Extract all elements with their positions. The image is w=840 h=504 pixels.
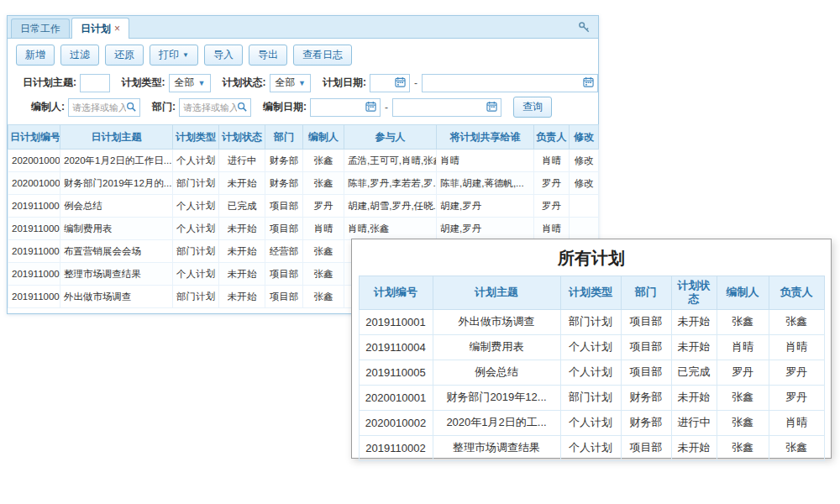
- table-row[interactable]: 2019110005例会总结个人计划项目部已完成罗丹罗丹: [359, 360, 824, 385]
- cell-link[interactable]: 2019110002: [8, 263, 60, 286]
- table-cell: 胡建,罗丹: [437, 218, 534, 240]
- calendar-icon[interactable]: [583, 76, 594, 91]
- cell-link[interactable]: 外出做市场调查: [60, 286, 173, 308]
- creator-picker[interactable]: [68, 98, 140, 117]
- table-cell: 2020010002: [359, 410, 433, 435]
- calendar-icon[interactable]: [395, 76, 406, 91]
- table-row[interactable]: 2019110004编制费用表个人计划未开始项目部肖晴肖晴,张鑫胡建,罗丹肖晴: [8, 218, 599, 240]
- key-icon[interactable]: [578, 21, 591, 37]
- column-header[interactable]: 负责人: [534, 125, 570, 150]
- cell-link[interactable]: 例会总结: [60, 195, 173, 218]
- range-dash: -: [385, 102, 388, 113]
- import-button[interactable]: 导入: [204, 45, 243, 66]
- plan-date-from[interactable]: [370, 74, 410, 92]
- search-button[interactable]: 查询: [513, 97, 552, 118]
- cell-link[interactable]: 2019110003: [8, 240, 60, 263]
- column-header[interactable]: 参与人: [344, 125, 437, 150]
- search-icon[interactable]: [126, 100, 136, 115]
- column-header[interactable]: 日计划主题: [60, 125, 173, 150]
- table-cell: 项目部: [265, 195, 303, 218]
- column-header: 计划类型: [560, 276, 621, 310]
- table-cell: 项目部: [621, 435, 671, 460]
- column-header[interactable]: 修改: [570, 125, 599, 150]
- table-cell: 项目部: [621, 360, 671, 385]
- table-cell: 张鑫: [303, 286, 344, 308]
- search-icon[interactable]: [237, 100, 247, 115]
- table-cell: 财务部: [621, 410, 671, 435]
- plan-date-label: 计划日期:: [323, 76, 366, 90]
- plan-type-select[interactable]: 全部 ▼: [169, 74, 211, 92]
- table-row[interactable]: 2020010001财务部门2019年12...部门计划财务部未开始张鑫罗丹: [359, 385, 824, 410]
- add-button[interactable]: 新增: [16, 45, 55, 66]
- calendar-icon[interactable]: [486, 100, 497, 115]
- cell-link[interactable]: 2019110001: [8, 286, 60, 308]
- plan-status-select[interactable]: 全部 ▼: [270, 74, 311, 92]
- dept-picker[interactable]: [179, 98, 251, 117]
- column-header: 负责人: [769, 276, 824, 310]
- plan-date-to[interactable]: [422, 74, 598, 92]
- calendar-icon[interactable]: [365, 100, 376, 115]
- column-header[interactable]: 计划类型: [173, 125, 219, 150]
- table-cell: 未开始: [219, 286, 265, 308]
- cell-link[interactable]: 2019110005: [8, 195, 60, 218]
- table-row[interactable]: 2019110004编制费用表个人计划项目部未开始肖晴肖晴: [359, 334, 824, 360]
- topic-input[interactable]: [80, 74, 110, 92]
- cell-link[interactable]: 财务部门2019年12月的...: [60, 172, 173, 195]
- table-cell: 肖晴,张鑫: [344, 218, 437, 240]
- table-row[interactable]: 2019110005例会总结个人计划已完成项目部罗丹胡建,胡雪,罗丹,任晓...…: [8, 195, 599, 218]
- print-button[interactable]: 打印 ▼: [150, 45, 198, 66]
- table-cell: 项目部: [621, 334, 671, 360]
- table-cell: 项目部: [265, 286, 303, 308]
- cell-link[interactable]: 2020年1月2日的工作日...: [60, 150, 173, 172]
- table-cell: 部门计划: [560, 309, 621, 334]
- table-cell: 肖晴: [534, 218, 570, 240]
- table-cell: 2019110005: [359, 360, 433, 385]
- filter-button[interactable]: 过滤: [60, 45, 99, 66]
- table-cell: 罗丹: [717, 360, 769, 385]
- table-row[interactable]: 2019110002整理市场调查结果个人计划项目部未开始张鑫张鑫: [359, 435, 824, 460]
- table-row[interactable]: 20200100022020年1月2日的工...个人计划财务部进行中张鑫肖晴: [359, 410, 824, 435]
- table-cell: 陈菲,胡建,蒋德帆,...: [437, 172, 534, 195]
- tab-daily-plan[interactable]: 日计划 ×: [71, 18, 129, 39]
- view-log-button[interactable]: 查看日志: [293, 45, 352, 66]
- cell-link[interactable]: 2020010001: [8, 172, 60, 195]
- table-cell: 项目部: [265, 263, 303, 286]
- restore-button[interactable]: 还原: [105, 45, 144, 66]
- table-cell: 未开始: [219, 172, 265, 195]
- creator-input[interactable]: [69, 100, 126, 115]
- table-cell: 已完成: [671, 360, 717, 385]
- column-header: 编制人: [717, 276, 769, 310]
- column-header[interactable]: 日计划编号: [8, 125, 60, 150]
- table-cell: 肖晴: [303, 218, 344, 240]
- cell-link[interactable]: 修改: [570, 150, 599, 172]
- export-button[interactable]: 导出: [249, 45, 287, 66]
- cell-link[interactable]: 编制费用表: [60, 218, 173, 240]
- table-cell: 个人计划: [173, 263, 219, 286]
- cell-link[interactable]: 整理市场调查结果: [60, 263, 173, 286]
- table-cell: 部门计划: [173, 172, 219, 195]
- table-row[interactable]: 20200100022020年1月2日的工作日...个人计划进行中财务部张鑫孟浩…: [8, 150, 599, 172]
- create-date-from[interactable]: [310, 98, 381, 117]
- create-date-to[interactable]: [392, 98, 501, 117]
- tab-daily-work[interactable]: 日常工作: [11, 18, 70, 38]
- table-row[interactable]: 2019110001外出做市场调查部门计划项目部未开始张鑫张鑫: [359, 309, 824, 334]
- column-header[interactable]: 编制人: [303, 125, 344, 150]
- column-header[interactable]: 将计划共享给谁: [437, 125, 534, 150]
- cell-link[interactable]: 修改: [570, 172, 599, 195]
- cell-link[interactable]: 2020010002: [8, 150, 60, 172]
- column-header[interactable]: 计划状态: [219, 125, 265, 150]
- table-cell: 陈菲,罗丹,李若若,罗...: [344, 172, 437, 195]
- cell-link[interactable]: 2019110004: [8, 218, 60, 240]
- table-cell: 部门计划: [173, 240, 219, 263]
- table-cell: 个人计划: [173, 218, 219, 240]
- table-cell: 张鑫: [769, 435, 824, 460]
- table-row[interactable]: 2020010001财务部门2019年12月的...部门计划未开始财务部张鑫陈菲…: [8, 172, 599, 195]
- table-cell: 进行中: [671, 410, 717, 435]
- column-header[interactable]: 部门: [265, 125, 303, 150]
- tab-label: 日常工作: [20, 23, 60, 34]
- chevron-down-icon: ▼: [298, 79, 306, 87]
- table-cell: 财务部: [265, 172, 303, 195]
- dept-input[interactable]: [180, 100, 237, 115]
- cell-link[interactable]: 布置营销展会会场: [60, 240, 173, 263]
- tab-close-icon[interactable]: ×: [114, 18, 120, 39]
